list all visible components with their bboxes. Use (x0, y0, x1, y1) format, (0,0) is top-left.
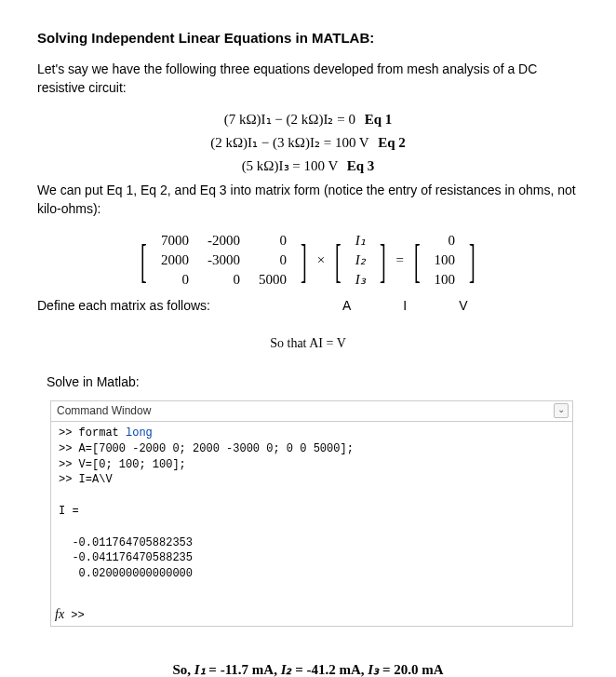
define-label: Define each matrix as follows: (37, 297, 316, 316)
matrix-intro: We can put Eq 1, Eq 2, and Eq 3 into mat… (37, 182, 579, 218)
matrix-name-i: I (403, 297, 407, 316)
equals-icon: = (395, 250, 403, 270)
fx-icon: fx (55, 607, 64, 621)
eq3-body: (5 kΩ)I₃ = 100 V (242, 158, 338, 173)
code-line: >> I=A\V (59, 472, 565, 488)
matrix-v: 0 100 100 (425, 231, 465, 290)
cell: 0 (425, 231, 465, 250)
bracket-icon: [ (335, 237, 341, 284)
code-line: >> format long (59, 426, 565, 441)
command-window-title: Command Window ⌄ (51, 401, 572, 422)
cell: 0 (152, 270, 198, 290)
intro-text: Let's say we have the following three eq… (37, 61, 579, 97)
eq1-label: Eq 1 (365, 112, 393, 127)
cell: 7000 (152, 231, 198, 250)
cell: I₁ (346, 231, 375, 250)
cell: 100 (425, 250, 465, 270)
command-window: Command Window ⌄ >> format long >> A=[70… (50, 400, 573, 626)
prompt-line[interactable]: fx >> (51, 603, 572, 626)
eq3-label: Eq 3 (347, 158, 375, 173)
so-that-equation: So that AI = V (37, 334, 579, 353)
code-line: >> V=[0; 100; 100]; (59, 457, 565, 473)
equation-1: (7 kΩ)I₁ − (2 kΩ)I₂ = 0 Eq 1 (37, 110, 579, 129)
cell: 2000 (152, 250, 198, 270)
code-line: >> A=[7000 -2000 0; 2000 -3000 0; 0 0 50… (59, 441, 565, 457)
bracket-icon: ] (380, 237, 386, 284)
code-line (59, 582, 565, 598)
cell: -3000 (198, 250, 249, 270)
cell: I₃ (346, 270, 375, 290)
command-window-body[interactable]: >> format long >> A=[7000 -2000 0; 2000 … (51, 422, 572, 603)
matrix-i: I₁ I₂ I₃ (346, 231, 375, 290)
code-line: -0.011764705882353 (59, 535, 565, 551)
code-line (59, 488, 565, 504)
page-title: Solving Independent Linear Equations in … (37, 28, 579, 47)
bracket-icon: ] (469, 237, 475, 284)
dropdown-icon[interactable]: ⌄ (554, 403, 569, 418)
cell: -2000 (198, 231, 249, 250)
matrix-name-a: A (342, 297, 351, 316)
bracket-icon: [ (414, 237, 421, 284)
eq2-body: (2 kΩ)I₁ − (3 kΩ)I₂ = 100 V (210, 135, 368, 150)
cell: 5000 (249, 270, 296, 290)
define-row: Define each matrix as follows: A I V (37, 297, 579, 316)
eq1-body: (7 kΩ)I₁ − (2 kΩ)I₂ = 0 (224, 112, 355, 127)
equation-2: (2 kΩ)I₁ − (3 kΩ)I₂ = 100 V Eq 2 (37, 133, 579, 153)
times-icon: × (317, 250, 325, 270)
cell: I₂ (346, 250, 375, 270)
cell: 100 (425, 270, 465, 290)
cell: 0 (198, 270, 249, 290)
cell: 0 (249, 231, 296, 250)
prompt-symbol: >> (71, 609, 84, 622)
code-line (59, 520, 565, 535)
equation-3: (5 kΩ)I₃ = 100 V Eq 3 (37, 156, 579, 176)
code-line: 0.020000000000000 (59, 566, 565, 582)
matrix-a: 7000-20000 2000-30000 005000 (152, 231, 296, 290)
cell: 0 (249, 250, 296, 270)
bracket-icon: ] (301, 237, 307, 284)
matrix-equation: [ 7000-20000 2000-30000 005000 ] × [ I₁ … (37, 231, 579, 290)
result-summary: So, I₁ = -11.7 mA, I₂ = -41.2 mA, I₃ = 2… (37, 660, 579, 677)
bracket-icon: [ (141, 237, 147, 284)
eq2-label: Eq 2 (378, 135, 406, 150)
code-line: -0.041176470588235 (59, 550, 565, 566)
code-line: I = (59, 504, 565, 520)
solve-label: Solve in Matlab: (47, 373, 579, 392)
matrix-name-v: V (459, 297, 467, 316)
